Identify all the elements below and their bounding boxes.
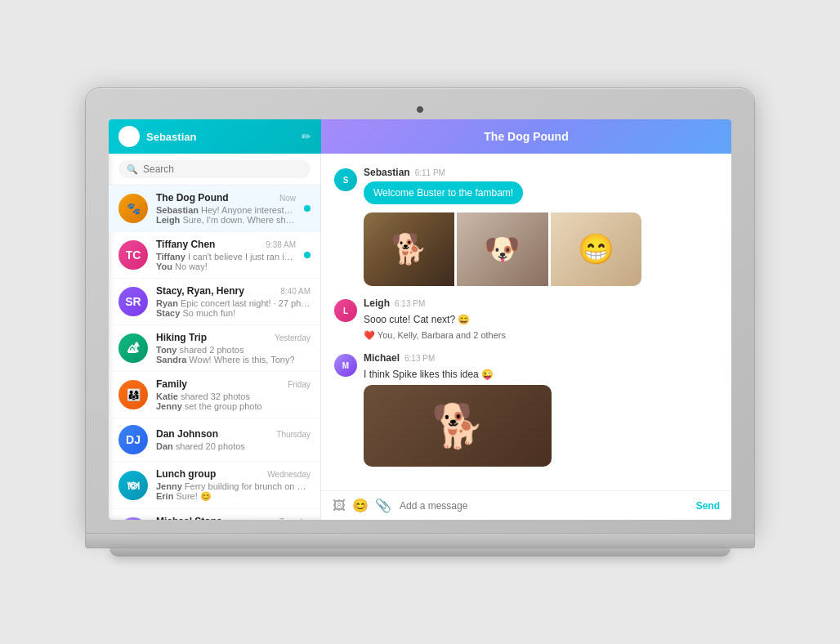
conv-preview: Tony shared 2 photos [156, 345, 311, 355]
conv-item-dan[interactable]: DJ Dan Johnson Thursday Dan shared 20 ph… [109, 418, 320, 462]
sidebar: 🔍 🐾 [109, 154, 321, 520]
conv-name: Tiffany Chen [156, 239, 215, 250]
attach-icon[interactable]: 📎 [375, 498, 391, 513]
conv-info-family: Family Friday Katie shared 32 photos Jen… [156, 378, 311, 411]
messages-area: S Sebastian 6:11 PM Welcome Buster to th… [321, 154, 731, 490]
app-body: 🔍 🐾 [109, 154, 731, 520]
conv-preview2: Stacy So much fun! [156, 308, 311, 318]
conv-name: The Dog Pound [156, 192, 229, 203]
conv-name: Michael Stone [156, 516, 222, 520]
conv-item-stacy-ryan[interactable]: SR Stacy, Ryan, Henry 8:40 AM Ryan Epic … [109, 279, 320, 325]
msg-content-sebastian: Sebastian 6:11 PM Welcome Buster to the … [364, 167, 709, 286]
msg-text: Sooo cute! Cat next? 😄 [364, 312, 709, 327]
photo-cell-3[interactable] [551, 212, 641, 286]
conv-item-tiffany[interactable]: TC Tiffany Chen 9:38 AM Tiffany I can't … [109, 232, 320, 279]
chat-area: S Sebastian 6:11 PM Welcome Buster to th… [321, 154, 731, 520]
conv-item-hiking[interactable]: 🏕 Hiking Trip Yesterday Tony shared 2 ph… [109, 325, 320, 372]
conv-info-dan: Dan Johnson Thursday Dan shared 20 photo… [156, 428, 311, 451]
conv-time: 8:40 AM [280, 287, 311, 296]
msg-time: 6:13 PM [395, 299, 425, 308]
conv-preview2: Sandra Wow! Where is this, Tony? [156, 355, 311, 364]
message-group-sebastian: S Sebastian 6:11 PM Welcome Buster to th… [334, 167, 718, 286]
emoji-icon[interactable]: 😊 [352, 498, 369, 513]
photo-cell-1[interactable] [364, 212, 454, 286]
conv-name: Hiking Trip [156, 332, 207, 343]
app-screen: S Sebastian ✏ The Dog Pound [109, 119, 731, 520]
msg-time: 6:13 PM [404, 354, 435, 363]
input-icons: 🖼 😊 📎 [333, 498, 391, 513]
message-group-leigh: L Leigh 6:13 PM Sooo cute! Cat next? 😄 ❤… [334, 297, 718, 341]
search-icon: 🔍 [127, 164, 138, 175]
conv-preview2: Leigh Sure, I'm down. Where should... [156, 215, 296, 225]
big-photo[interactable] [364, 385, 552, 467]
search-bar: 🔍 [109, 154, 320, 186]
conv-time: Friday [288, 380, 311, 389]
conv-info-stacy: Stacy, Ryan, Henry 8:40 AM Ryan Epic con… [156, 285, 311, 318]
msg-avatar-sebastian: S [334, 168, 357, 191]
msg-time: 6:11 PM [415, 168, 445, 177]
conversations-list: 🐾 The Dog Pound Now Sebastian Hey! Anyon… [109, 186, 320, 520]
conv-time: Tuesday [279, 517, 311, 521]
msg-content-leigh: Leigh 6:13 PM Sooo cute! Cat next? 😄 ❤️ … [364, 297, 709, 341]
conv-preview: Ryan Epic concert last night! · 27 photo… [156, 298, 311, 308]
photo-grid [364, 212, 641, 286]
conv-time: Thursday [276, 430, 311, 439]
msg-avatar-michael: M [334, 354, 357, 377]
msg-meta: Michael 6:13 PM [364, 352, 709, 364]
conv-item-lunch-group[interactable]: 🍽 Lunch group Wednesday Jenny Ferry buil… [109, 462, 320, 509]
message-group-michael: M Michael 6:13 PM I think Spike likes th… [334, 352, 718, 467]
conv-avatar-michael: MS [118, 517, 148, 520]
msg-avatar-leigh: L [334, 299, 357, 322]
conv-info-dog-pound: The Dog Pound Now Sebastian Hey! Anyone … [156, 192, 296, 225]
conv-info-tiffany: Tiffany Chen 9:38 AM Tiffany I can't bel… [156, 239, 296, 271]
conv-preview: Jenny Ferry building for brunch on Satur… [156, 481, 311, 491]
conv-avatar-family: 👨‍👩‍👧 [118, 380, 148, 409]
conv-name: Family [156, 378, 187, 390]
laptop-bottom [109, 548, 731, 557]
user-avatar: S [118, 126, 140, 147]
conv-preview2: You No way! [156, 262, 296, 271]
conv-time: Now [279, 194, 296, 203]
unread-dot [304, 205, 311, 212]
conv-preview: Katie shared 32 photos [156, 391, 311, 401]
conv-preview2: Jenny set the group photo [156, 401, 311, 411]
conv-avatar-group3: SR [118, 287, 148, 316]
conv-avatar-tiffany: TC [118, 240, 148, 270]
msg-reaction[interactable]: ❤️ You, Kelly, Barbara and 2 others [364, 330, 709, 341]
conv-avatar-hiking: 🏕 [118, 333, 148, 363]
conv-avatar-dog-pound: 🐾 [118, 194, 148, 223]
msg-sender: Michael [364, 352, 400, 364]
sidebar-header: S Sebastian ✏ [109, 119, 321, 154]
msg-sender: Leigh [364, 297, 390, 309]
conv-info-michael-stone: Michael Stone Tuesday Michael shared 10 … [156, 516, 311, 520]
chat-title: The Dog Pound [484, 130, 568, 143]
sidebar-user-name: Sebastian [146, 131, 295, 143]
photo-icon[interactable]: 🖼 [333, 499, 346, 513]
conv-info-lunch: Lunch group Wednesday Jenny Ferry buildi… [156, 468, 311, 502]
conv-preview: Dan shared 20 photos [156, 441, 311, 451]
edit-icon[interactable]: ✏ [302, 130, 311, 143]
send-button[interactable]: Send [696, 500, 720, 512]
app-header: S Sebastian ✏ The Dog Pound [109, 119, 731, 154]
message-input[interactable] [400, 500, 688, 512]
search-wrapper[interactable]: 🔍 [118, 160, 311, 178]
msg-text: I think Spike likes this idea 😜 [364, 367, 709, 382]
message-input-area: 🖼 😊 📎 Send [321, 490, 731, 520]
conv-preview2: Erin Sure! 😊 [156, 491, 311, 502]
msg-bubble: Welcome Buster to the fambam! [364, 181, 523, 204]
conv-time: 9:38 AM [266, 240, 296, 249]
webcam [417, 106, 423, 113]
msg-meta: Leigh 6:13 PM [364, 297, 709, 309]
conv-item-dog-pound[interactable]: 🐾 The Dog Pound Now Sebastian Hey! Anyon… [109, 186, 320, 232]
photo-cell-2[interactable] [457, 212, 547, 286]
conv-item-michael-stone[interactable]: MS Michael Stone Tuesday Michael shared … [109, 509, 320, 520]
conv-time: Yesterday [275, 333, 311, 342]
conv-name: Dan Johnson [156, 428, 218, 440]
msg-sender: Sebastian [364, 167, 410, 178]
conv-item-family[interactable]: 👨‍👩‍👧 Family Friday Katie shared 32 phot… [109, 372, 320, 418]
conv-avatar-dan: DJ [118, 425, 148, 454]
chat-header: The Dog Pound [321, 119, 731, 154]
search-input[interactable] [143, 163, 302, 175]
conv-name: Stacy, Ryan, Henry [156, 285, 244, 297]
laptop-base [85, 534, 755, 548]
